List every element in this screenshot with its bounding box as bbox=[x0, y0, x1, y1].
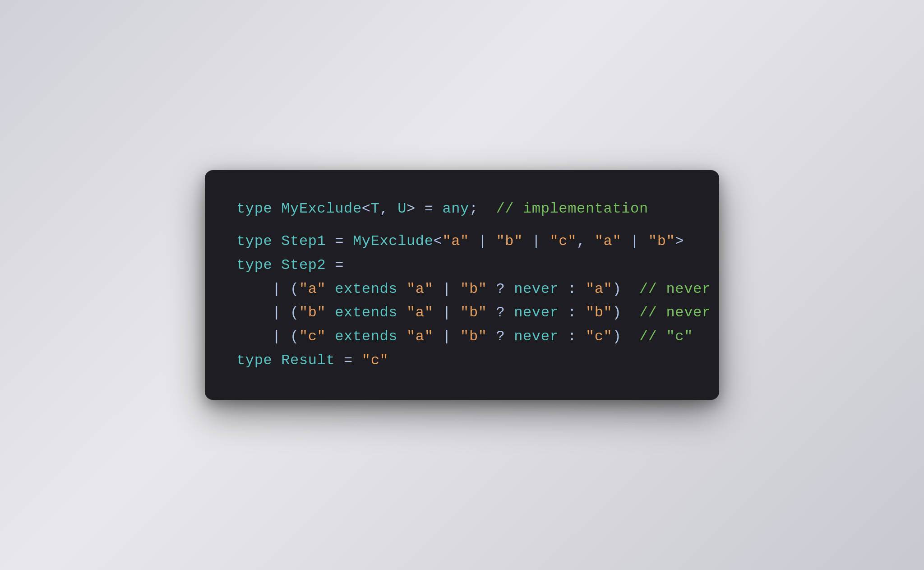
code-card: type MyExclude<T, U> = any; // implement… bbox=[205, 170, 719, 400]
code-block: type MyExclude<T, U> = any; // implement… bbox=[236, 197, 688, 373]
blank-line bbox=[236, 221, 688, 230]
code-line-1: type MyExclude<T, U> = any; // implement… bbox=[236, 197, 688, 221]
code-line-7: | ("c" extends "a" | "b" ? never : "c") … bbox=[236, 325, 688, 349]
code-line-6: | ("b" extends "a" | "b" ? never : "b") … bbox=[236, 301, 688, 325]
code-line-5: | ("a" extends "a" | "b" ? never : "a") … bbox=[236, 278, 688, 301]
code-line-4: type Step2 = bbox=[236, 254, 688, 278]
code-line-3: type Step1 = MyExclude<"a" | "b" | "c", … bbox=[236, 230, 688, 254]
code-line-8: type Result = "c" bbox=[236, 349, 688, 373]
